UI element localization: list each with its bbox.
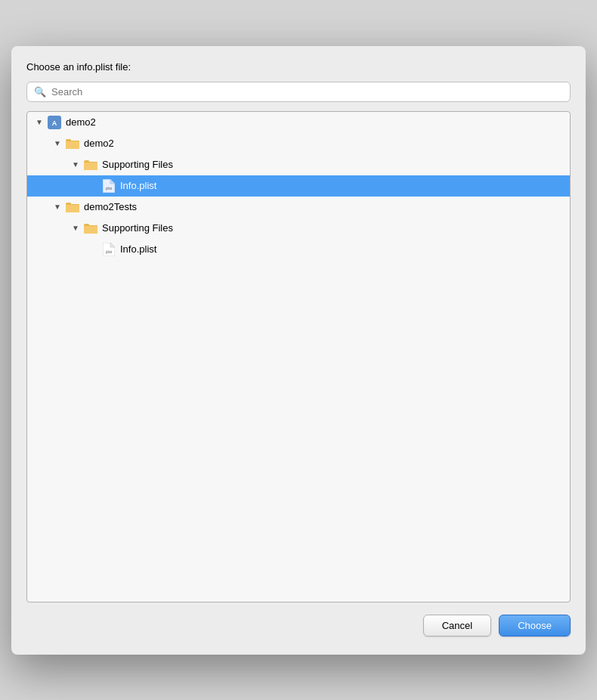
tree-item-supporting-files-1[interactable]: ▼ Supporting Files [27,154,570,175]
svg-marker-6 [110,243,115,247]
svg-marker-3 [110,179,115,184]
plist-icon-2: plist [101,242,116,257]
tree-label-supporting-files-2: Supporting Files [102,222,173,234]
tree-item-demo2-root[interactable]: ▼ A demo2 [27,112,570,133]
tree-label-info-plist-2: Info.plist [120,243,156,255]
cancel-button[interactable]: Cancel [423,615,491,637]
svg-marker-5 [103,243,115,256]
chevron-info-plist-1 [88,180,100,192]
tree-item-demo2-folder[interactable]: ▼ demo2 [27,133,570,154]
tree-label-demo2tests: demo2Tests [84,201,137,212]
button-row: Cancel Choose [26,615,571,637]
tree-item-supporting-files-2[interactable]: ▼ Supporting Files [27,218,570,239]
plist-icon-1: plist [101,178,116,194]
chevron-demo2-root: ▼ [33,116,45,129]
folder-icon-demo2 [65,136,80,151]
tree-item-demo2tests[interactable]: ▼ demo2Tests [27,197,570,218]
svg-text:plist: plist [106,250,113,254]
tree-label-info-plist-1: Info.plist [120,180,156,191]
folder-icon-supporting-2 [83,221,98,236]
tree-item-info-plist-1[interactable]: plist Info.plist [27,175,570,197]
file-tree: ▼ A demo2 ▼ demo2 ▼ [26,111,571,602]
svg-text:plist: plist [106,187,113,190]
svg-text:A: A [52,119,57,127]
chevron-info-plist-2 [88,243,100,256]
tree-item-info-plist-2[interactable]: plist Info.plist [27,239,570,260]
tree-label-demo2-folder: demo2 [84,138,114,149]
choose-button[interactable]: Choose [499,615,571,637]
svg-marker-2 [103,179,115,193]
search-bar: 🔍 [26,82,571,102]
folder-icon-supporting-1 [83,157,98,172]
tree-label-demo2-root: demo2 [66,116,96,128]
chevron-supporting-files-2: ▼ [70,222,82,234]
chevron-demo2tests: ▼ [51,201,63,213]
dialog-title: Choose an info.plist file: [26,61,571,73]
file-picker-dialog: Choose an info.plist file: 🔍 ▼ A demo2 ▼ [11,46,586,655]
folder-icon-demo2tests [65,200,80,215]
chevron-supporting-files-1: ▼ [70,159,82,171]
search-input[interactable] [26,82,571,102]
tree-label-supporting-files-1: Supporting Files [102,159,173,170]
app-icon: A [47,115,62,130]
chevron-demo2-folder: ▼ [51,138,63,150]
